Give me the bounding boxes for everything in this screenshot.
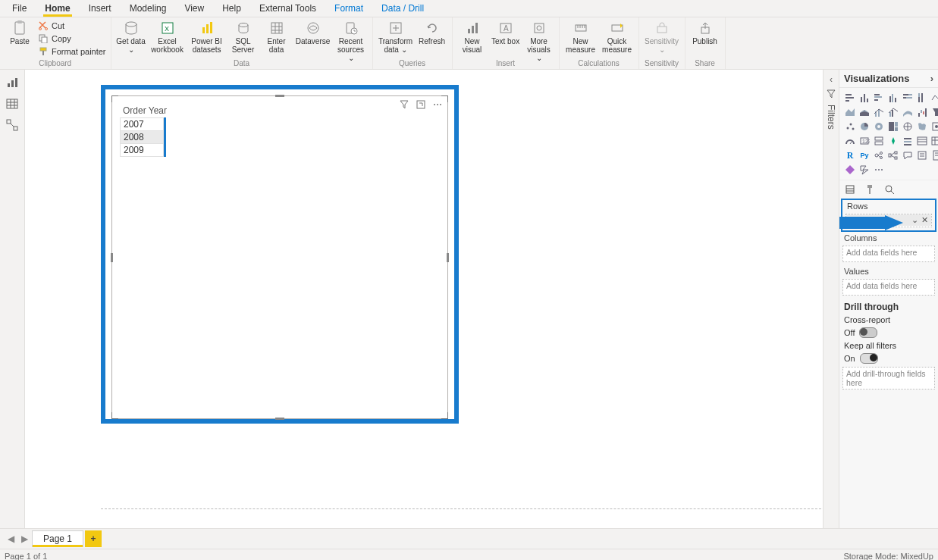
pie-icon[interactable] xyxy=(858,120,871,133)
excel-workbook-button[interactable]: X Excel workbook xyxy=(149,17,186,54)
filters-label[interactable]: Filters xyxy=(826,105,836,130)
cell-2007[interactable]: 2007 xyxy=(121,118,164,131)
hundred-stacked-column-icon[interactable] xyxy=(916,92,928,104)
report-view-button[interactable] xyxy=(5,76,19,89)
page-prev-button[interactable]: ◀ xyxy=(5,533,17,544)
stacked-bar-icon[interactable] xyxy=(844,92,856,104)
table-icon[interactable] xyxy=(916,135,928,147)
format-tab-icon[interactable] xyxy=(864,183,876,196)
ribbon-chart-icon[interactable] xyxy=(902,106,914,118)
powerapps-icon[interactable] xyxy=(844,164,856,176)
decomposition-tree-icon[interactable] xyxy=(887,149,899,161)
line-clustered-column-icon[interactable] xyxy=(887,106,899,118)
svg-rect-70 xyxy=(906,97,912,99)
cross-report-toggle[interactable] xyxy=(859,327,877,338)
more-options-icon[interactable] xyxy=(432,99,443,110)
waterfall-icon[interactable] xyxy=(916,106,928,118)
hundred-stacked-bar-icon[interactable] xyxy=(902,92,914,104)
tab-help[interactable]: Help xyxy=(213,2,250,17)
sql-server-button[interactable]: SQL Server xyxy=(228,17,259,54)
expand-filters-icon[interactable]: ‹ xyxy=(830,74,833,85)
focus-mode-icon[interactable] xyxy=(416,99,426,110)
stacked-area-icon[interactable] xyxy=(858,106,871,118)
qa-visual-icon[interactable] xyxy=(902,149,914,161)
map-icon[interactable] xyxy=(902,120,914,133)
tab-view[interactable]: View xyxy=(175,2,213,17)
values-well[interactable]: Add data fields here xyxy=(842,279,935,296)
filters-funnel-icon[interactable] xyxy=(827,89,836,99)
matrix-table[interactable]: 2007 2008 2009 xyxy=(120,117,164,157)
keep-filters-toggle[interactable] xyxy=(860,353,878,364)
cell-2009[interactable]: 2009 xyxy=(121,144,164,157)
cut-button[interactable]: Cut xyxy=(38,19,106,32)
columns-well[interactable]: Add data fields here xyxy=(842,246,935,262)
gauge-icon[interactable] xyxy=(844,135,856,147)
report-canvas[interactable]: Order Year 2007 2008 2009 xyxy=(25,70,823,528)
filled-map-icon[interactable] xyxy=(916,120,928,133)
powerautomate-icon[interactable] xyxy=(858,164,871,176)
publish-button[interactable]: Publish xyxy=(690,17,720,45)
cell-2008[interactable]: 2008 xyxy=(121,131,164,144)
multi-row-card-icon[interactable] xyxy=(873,135,885,147)
area-chart-icon[interactable] xyxy=(844,106,856,118)
donut-icon[interactable] xyxy=(873,120,885,133)
azure-map-icon[interactable] xyxy=(930,120,938,133)
stacked-column-icon[interactable] xyxy=(858,92,871,104)
tab-data-drill[interactable]: Data / Drill xyxy=(372,2,433,17)
card-icon[interactable]: 123 xyxy=(858,135,871,147)
treemap-icon[interactable] xyxy=(887,120,899,133)
kpi-icon[interactable] xyxy=(887,135,899,147)
clustered-bar-icon[interactable] xyxy=(873,92,885,104)
matrix-visual[interactable]: Order Year 2007 2008 2009 xyxy=(111,95,448,419)
drillthrough-well[interactable]: Add drill-through fields here xyxy=(842,367,935,389)
funnel-icon[interactable] xyxy=(930,106,938,118)
slicer-icon[interactable] xyxy=(902,135,914,147)
fields-tab-icon[interactable] xyxy=(844,183,856,196)
text-box-button[interactable]: A Text box xyxy=(491,17,521,45)
model-view-button[interactable] xyxy=(5,118,19,132)
tab-modeling[interactable]: Modeling xyxy=(121,2,176,17)
quick-measure-button[interactable]: Quick measure xyxy=(601,17,634,54)
pbi-datasets-button[interactable]: Power BI datasets xyxy=(189,17,225,54)
enter-data-button[interactable]: Enter data xyxy=(262,17,292,54)
line-chart-icon[interactable] xyxy=(930,92,938,104)
refresh-button[interactable]: Refresh xyxy=(417,17,447,45)
tab-insert[interactable]: Insert xyxy=(80,2,121,17)
scatter-icon[interactable] xyxy=(844,120,856,133)
add-page-button[interactable]: + xyxy=(85,530,102,547)
recent-sources-button[interactable]: Recent sources ⌄ xyxy=(334,17,368,62)
get-more-visuals-icon[interactable] xyxy=(873,164,885,176)
get-data-button[interactable]: Get data ⌄ xyxy=(116,17,146,54)
more-visuals-button[interactable]: More visuals ⌄ xyxy=(524,17,554,62)
matrix-icon[interactable] xyxy=(930,135,938,147)
new-measure-button[interactable]: New measure xyxy=(564,17,598,54)
paginated-report-icon[interactable] xyxy=(930,149,938,161)
field-remove-icon[interactable]: ✕ xyxy=(921,215,928,225)
visual-filter-icon[interactable] xyxy=(399,99,409,110)
page-tab-1[interactable]: Page 1 xyxy=(32,530,83,547)
field-chevron-down-icon[interactable]: ⌄ xyxy=(911,215,918,225)
r-visual-icon[interactable]: R xyxy=(844,149,856,161)
report-page[interactable]: Order Year 2007 2008 2009 xyxy=(101,85,823,509)
transform-data-button[interactable]: Transform data ⌄ xyxy=(378,17,414,54)
tab-format[interactable]: Format xyxy=(325,2,372,17)
smart-narrative-icon[interactable] xyxy=(916,149,928,161)
tab-external-tools[interactable]: External Tools xyxy=(250,2,325,17)
page-next-button[interactable]: ▶ xyxy=(18,533,30,544)
key-influencers-icon[interactable] xyxy=(873,149,885,161)
svg-rect-123 xyxy=(918,152,926,159)
dataverse-button[interactable]: Dataverse xyxy=(295,17,331,45)
copy-button[interactable]: Copy xyxy=(38,32,106,45)
tab-home[interactable]: Home xyxy=(36,2,79,17)
tab-file[interactable]: File xyxy=(3,2,36,17)
format-painter-button[interactable]: Format painter xyxy=(38,45,106,58)
python-visual-icon[interactable]: Py xyxy=(858,149,871,161)
line-stacked-column-icon[interactable] xyxy=(873,106,885,118)
new-visual-button[interactable]: New visual xyxy=(457,17,488,54)
data-view-button[interactable] xyxy=(5,97,19,111)
sensitivity-button[interactable]: Sensitivity ⌄ xyxy=(644,17,680,54)
analytics-tab-icon[interactable] xyxy=(883,183,896,196)
clustered-column-icon[interactable] xyxy=(887,92,899,104)
collapse-visualizations-icon[interactable]: › xyxy=(930,73,933,84)
paste-button[interactable]: Paste xyxy=(5,17,35,45)
